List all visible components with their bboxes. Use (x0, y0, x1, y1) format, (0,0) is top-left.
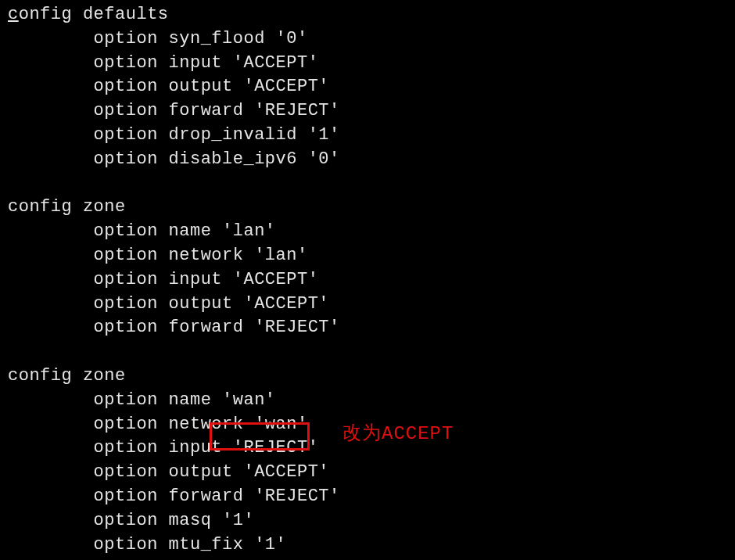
annotation-text: 改为ACCEPT (342, 421, 454, 447)
config-section-header: config zone (8, 364, 727, 389)
config-file-content: config defaults option syn_flood '0' opt… (0, 0, 735, 560)
config-option: option name 'wan' (8, 389, 727, 413)
blank-line (8, 340, 727, 364)
config-option: option output 'ACCEPT' (8, 75, 727, 99)
config-section-header: config zone (8, 196, 727, 220)
config-option: option mtu_fix '1' (8, 533, 727, 558)
config-option: option input 'ACCEPT' (8, 268, 727, 293)
config-option: option input 'ACCEPT' (8, 52, 727, 76)
config-section-header: config defaults (8, 3, 727, 27)
config-option: option forward 'REJECT' (8, 99, 727, 124)
config-option: option output 'ACCEPT' (8, 461, 727, 485)
config-option: option disable_ipv6 '0' (8, 148, 727, 172)
config-option: option drop_invalid '1' (8, 124, 727, 148)
config-option: option network 'lan' (8, 244, 727, 268)
config-option: option forward 'REJECT' (8, 485, 727, 509)
config-option: option masq '1' (8, 509, 727, 533)
config-option: option output 'ACCEPT' (8, 293, 727, 317)
blank-line (8, 172, 727, 196)
config-option: option syn_flood '0' (8, 27, 727, 52)
config-option: option name 'lan' (8, 220, 727, 244)
config-option: option forward 'REJECT' (8, 316, 727, 340)
